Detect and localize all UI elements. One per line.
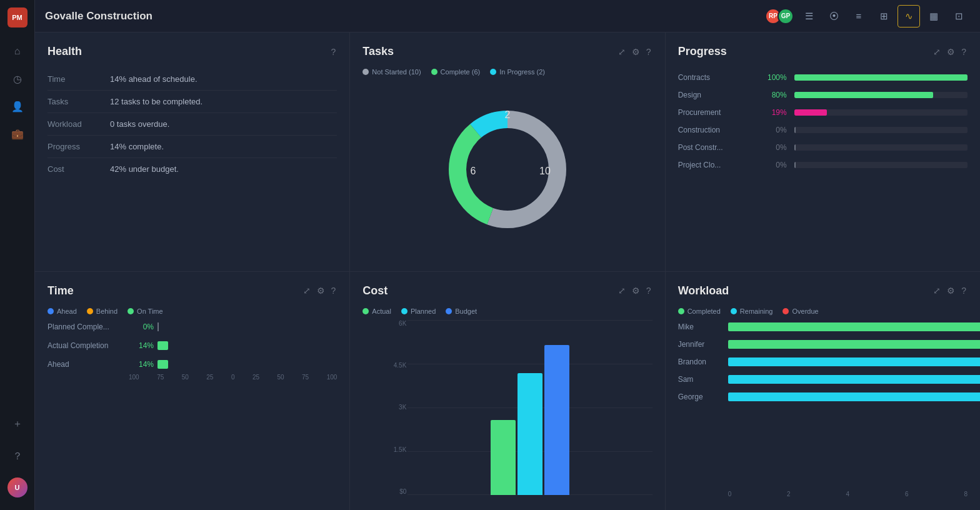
workload-expand-btn[interactable]: ⤢ (932, 284, 942, 297)
progress-rows: Contracts 100% Design 80% Procurement 19… (678, 73, 968, 169)
health-row-label: Workload (48, 113, 110, 136)
time-title: Time (48, 284, 74, 298)
progress-row-pct: 100% (761, 73, 787, 82)
progress-bar-fill (794, 109, 828, 116)
health-title: Health (48, 45, 82, 58)
progress-card-header: Progress ⤢ ⚙ ? (678, 45, 968, 58)
time-row-pct: 14% (129, 341, 154, 350)
sidebar-item-help[interactable]: ？ (6, 445, 29, 468)
tasks-legend-item: In Progress (2) (490, 68, 545, 76)
legend-label: Planned (411, 308, 436, 315)
cost-chart: 6K 4.5K 3K 1.5K $0 (362, 320, 652, 498)
health-actions: ? (330, 46, 338, 58)
tasks-legend: Not Started (10)Complete (6)In Progress … (362, 68, 652, 76)
time-row: Actual Completion 14% (48, 341, 337, 350)
legend-label: Actual (372, 308, 391, 315)
progress-row-label: Design (678, 91, 753, 99)
cost-y-label-6k: 6K (399, 320, 406, 327)
sidebar-item-home[interactable]: ⌂ (6, 40, 29, 62)
time-settings-btn[interactable]: ⚙ (316, 284, 326, 297)
cost-y-axis: 6K 4.5K 3K 1.5K $0 (385, 320, 406, 496)
progress-row: Procurement 19% (678, 108, 968, 117)
health-card-header: Health ? (48, 45, 337, 58)
cost-help-btn[interactable]: ? (645, 284, 652, 297)
cost-expand-btn[interactable]: ⤢ (617, 284, 627, 297)
workload-bar-remaining (728, 375, 980, 384)
workload-bar-completed (728, 340, 980, 349)
legend-dot (128, 308, 134, 314)
user-avatar-bottom[interactable]: U (8, 478, 28, 498)
legend-dot (362, 69, 369, 75)
time-x-label: 50 (182, 374, 189, 381)
progress-bar-container (794, 109, 968, 116)
progress-bar-zero (794, 144, 796, 151)
workload-x-axis: 02468 (678, 491, 968, 498)
cost-legend-item: Actual (362, 308, 391, 315)
health-row: Workload0 tasks overdue. (48, 113, 337, 136)
legend-dot (731, 308, 737, 314)
time-expand-btn[interactable]: ⤢ (302, 284, 312, 297)
legend-dot (87, 308, 93, 314)
health-row-label: Progress (48, 136, 110, 158)
workload-row: Mike (678, 322, 968, 331)
time-bar (158, 341, 168, 350)
sidebar-item-clock[interactable]: ◷ (6, 68, 29, 90)
tasks-expand-btn[interactable]: ⤢ (617, 46, 627, 58)
legend-dot (362, 308, 369, 314)
sidebar-item-briefcase[interactable]: 💼 (6, 122, 29, 145)
progress-help-btn[interactable]: ? (960, 46, 968, 58)
health-row-value: 42% under budget. (110, 158, 337, 181)
progress-settings-btn[interactable]: ⚙ (946, 46, 956, 58)
time-help-btn[interactable]: ? (330, 284, 338, 297)
app-logo[interactable]: PM (8, 8, 28, 28)
time-bar-zero (158, 322, 159, 331)
workload-x-label: 6 (905, 491, 909, 498)
progress-bar-container (794, 162, 968, 168)
toolbar-pulse-btn[interactable]: ∿ (898, 5, 920, 28)
toolbar-bar-btn[interactable]: ⦿ (822, 5, 845, 28)
tasks-actions: ⤢ ⚙ ? (617, 46, 652, 58)
sidebar-item-add[interactable]: ＋ (6, 412, 29, 435)
workload-row: Sam (678, 375, 968, 384)
workload-card-header: Workload ⤢ ⚙ ? (678, 284, 968, 298)
cost-actions: ⤢ ⚙ ? (617, 284, 652, 297)
health-row-value: 14% ahead of schedule. (110, 68, 337, 91)
toolbar-doc-btn[interactable]: ⊡ (948, 5, 970, 28)
donut-container: 6 2 10 (362, 81, 652, 259)
tasks-settings-btn[interactable]: ⚙ (631, 46, 641, 58)
toolbar-calendar-btn[interactable]: ▦ (922, 5, 945, 28)
progress-bar-container (794, 144, 968, 151)
progress-row-label: Contracts (678, 73, 753, 82)
legend-label: In Progress (2) (499, 68, 545, 76)
cost-settings-btn[interactable]: ⚙ (631, 284, 641, 297)
tasks-help-btn[interactable]: ? (645, 46, 652, 58)
avatar-gp[interactable]: GP (778, 8, 794, 24)
toolbar-table-btn[interactable]: ≡ (848, 5, 870, 28)
time-x-label: 0 (231, 374, 235, 381)
workload-card: Workload ⤢ ⚙ ? CompletedRemainingOverdue… (666, 272, 980, 511)
time-bar-wrap (158, 360, 337, 369)
legend-dot (401, 308, 408, 314)
workload-bars (728, 340, 980, 349)
header-avatars: RP GP (765, 8, 790, 24)
progress-row: Design 80% (678, 91, 968, 99)
workload-bars (728, 375, 980, 384)
time-row: Ahead 14% (48, 360, 337, 369)
health-help-btn[interactable]: ? (330, 46, 338, 58)
sidebar-item-users[interactable]: 👤 (6, 95, 29, 118)
progress-expand-btn[interactable]: ⤢ (932, 46, 942, 58)
health-row: Progress14% complete. (48, 136, 337, 158)
health-row: Cost42% under budget. (48, 158, 337, 181)
workload-x-label: 0 (728, 491, 732, 498)
cost-legend-item: Budget (446, 308, 477, 315)
time-bar (158, 360, 168, 369)
time-row-pct: 14% (129, 360, 154, 369)
toolbar-grid-btn[interactable]: ⊞ (872, 5, 895, 28)
progress-bar-container (794, 92, 968, 98)
cost-title: Cost (362, 284, 388, 298)
workload-settings-btn[interactable]: ⚙ (946, 284, 956, 297)
toolbar-list-btn[interactable]: ☰ (798, 5, 820, 28)
workload-help-btn[interactable]: ? (960, 284, 968, 297)
progress-actions: ⤢ ⚙ ? (932, 46, 968, 58)
svg-text:6: 6 (471, 166, 476, 176)
